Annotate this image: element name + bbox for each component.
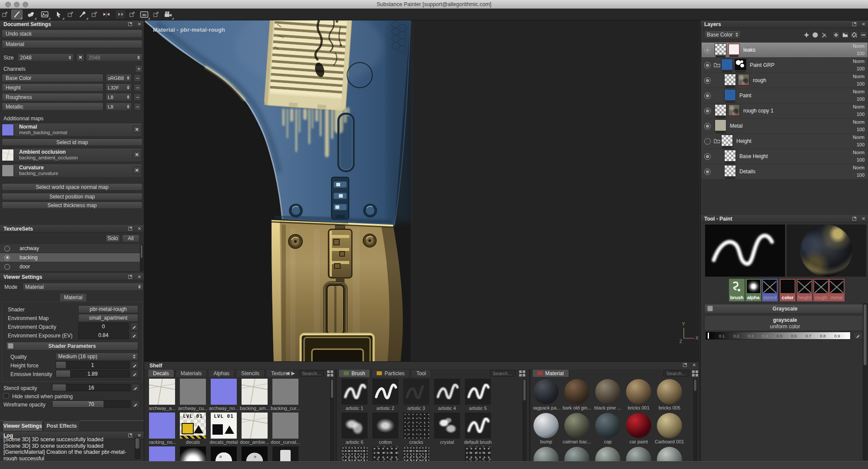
toolbar-icon[interactable] [67, 10, 73, 20]
brush-item[interactable] [465, 446, 491, 461]
gradient-edit-button[interactable] [853, 332, 863, 340]
shelf-tab[interactable]: Stencils [236, 369, 265, 377]
normal-map-thumbnail[interactable] [2, 124, 14, 136]
layer-blend-mode[interactable]: Norm [853, 104, 865, 109]
materials-search-input[interactable]: Search... [663, 370, 689, 377]
height-force-edit-button[interactable] [131, 361, 139, 369]
wireframe-opacity-slider[interactable]: 70 [52, 400, 130, 408]
material-item[interactable] [533, 446, 559, 461]
close-panel-icon[interactable]: ✕ [862, 22, 865, 26]
layer-row[interactable]: Details Norm 100 [702, 164, 868, 179]
brush-item[interactable] [403, 446, 429, 461]
layer-opacity[interactable]: 100 [857, 66, 865, 71]
grayscale-checkbox[interactable] [707, 306, 713, 311]
layer-mask-thumbnail[interactable] [728, 43, 740, 55]
material-item[interactable] [656, 446, 682, 461]
layer-thumbnail[interactable] [715, 43, 726, 55]
toolbar-icon[interactable] [11, 10, 23, 20]
brush-item[interactable]: artistic 5 [465, 379, 491, 413]
texturesets-scrollbar[interactable] [140, 244, 143, 271]
layer-row[interactable]: Paint Norm 100 [702, 88, 868, 103]
toolbar-icon[interactable] [39, 10, 50, 20]
materials-view-toggle[interactable] [692, 370, 698, 377]
decals-view-toggle[interactable] [327, 370, 333, 377]
toolbar-icon[interactable] [152, 10, 159, 20]
decal-item[interactable]: door_ambie... [242, 413, 268, 446]
decal-item[interactable]: archway_no... [211, 379, 237, 413]
tab-post-effects[interactable]: Post Effects [43, 420, 80, 431]
tool-channel-button[interactable]: metal [829, 279, 845, 301]
shelf-tab[interactable]: Materials [176, 369, 207, 377]
shader-parameters-checkbox[interactable] [8, 343, 13, 349]
material-item[interactable] [564, 446, 590, 461]
shelf-tab[interactable]: Particles [371, 369, 410, 377]
materials-scrollbar[interactable] [693, 379, 697, 461]
layer-visibility-toggle[interactable] [704, 108, 711, 114]
float-panel-icon[interactable] [128, 275, 132, 279]
layer-row[interactable]: Metal Norm 100 [702, 119, 868, 133]
brush-item[interactable]: artistic 6 [341, 413, 368, 446]
tool-channel-button[interactable]: rough [813, 279, 829, 301]
float-panel-icon[interactable] [128, 227, 132, 231]
tab-viewer-settings[interactable]: Viewer Settings [3, 420, 43, 431]
textureset-row[interactable]: backing [0, 253, 141, 262]
decals-search-input[interactable]: Search... [299, 370, 324, 377]
channel-name-button[interactable]: Roughness [2, 93, 103, 101]
layer-thumbnail[interactable] [721, 135, 733, 146]
shader-parameters-header[interactable]: Shader Parameters [6, 342, 138, 350]
layer-thumbnail[interactable] [715, 104, 726, 116]
env-map-value-button[interactable]: small_apartment [78, 314, 138, 322]
decal-item[interactable]: LVL 01 decals [180, 413, 206, 446]
close-panel-icon[interactable]: ✕ [138, 22, 141, 26]
decal-item[interactable]: backing_no... [149, 413, 175, 446]
env-exposure-edit-button[interactable] [130, 331, 138, 339]
layer-blend-mode[interactable]: Norm [853, 89, 865, 94]
clear-ao-map-button[interactable]: ✕ [133, 151, 141, 159]
emissive-slider[interactable]: 1.89 [56, 370, 129, 377]
layer-blend-mode[interactable]: Norm [853, 135, 865, 140]
layer-thumbnail[interactable] [721, 59, 733, 70]
brush-item[interactable]: cracks [403, 413, 429, 446]
layer-opacity[interactable]: 100 [857, 96, 865, 102]
remove-channel-button[interactable]: − [134, 103, 141, 110]
channel-name-button[interactable]: Base Color [2, 74, 103, 82]
brush-item[interactable]: artistic 3 [403, 379, 429, 413]
shelf-tab[interactable]: Material [532, 369, 569, 377]
layer-visibility-toggle[interactable] [704, 92, 711, 99]
toolbar-icon[interactable] [91, 10, 97, 20]
window-zoom-button[interactable] [23, 2, 28, 7]
decal-item[interactable]: backing_cur... [272, 379, 298, 413]
layer-opacity[interactable]: 100 [857, 51, 865, 56]
select-id-map-button[interactable]: Select id map [2, 139, 142, 146]
tool-channel-button[interactable]: stencil [762, 279, 778, 301]
close-panel-icon[interactable]: ✕ [692, 363, 696, 367]
brush-item[interactable] [372, 446, 398, 461]
layer-thumbnail[interactable] [724, 150, 736, 162]
close-panel-icon[interactable]: ✕ [138, 227, 141, 231]
add-fill-layer-button[interactable] [851, 31, 858, 39]
channel-format-dropdown[interactable]: sRGB8 [106, 74, 132, 82]
float-panel-icon[interactable] [852, 217, 856, 221]
brush-item[interactable]: artistic 4 [434, 379, 460, 413]
tool-channel-button[interactable]: color [780, 279, 795, 301]
decal-item[interactable] [211, 446, 237, 461]
material-item[interactable]: bagpack pa... [533, 379, 559, 413]
remove-channel-button[interactable]: − [134, 93, 141, 101]
brush-item[interactable] [341, 446, 368, 461]
toolbar-icon[interactable] [25, 10, 36, 20]
material-item[interactable]: bark old gin... [564, 379, 590, 413]
add-effect-icon[interactable] [803, 31, 810, 39]
material-item[interactable]: cap [595, 413, 621, 446]
material-item[interactable]: car paint [626, 413, 652, 446]
decals-scrollbar[interactable] [330, 379, 334, 461]
brush-item[interactable] [434, 446, 460, 461]
layer-visibility-toggle[interactable] [704, 47, 711, 53]
material-button[interactable]: Material [2, 40, 142, 48]
env-opacity-value[interactable]: 0 [78, 323, 129, 330]
layer-row[interactable]: rough Norm 100 [702, 73, 868, 88]
float-panel-icon[interactable] [852, 22, 856, 26]
material-item[interactable]: bump [533, 413, 559, 446]
toolbar-icon[interactable] [115, 10, 126, 20]
decal-item[interactable]: archway_a... [149, 379, 175, 413]
select-thickness-map-button[interactable]: Select thickness map [2, 201, 142, 209]
